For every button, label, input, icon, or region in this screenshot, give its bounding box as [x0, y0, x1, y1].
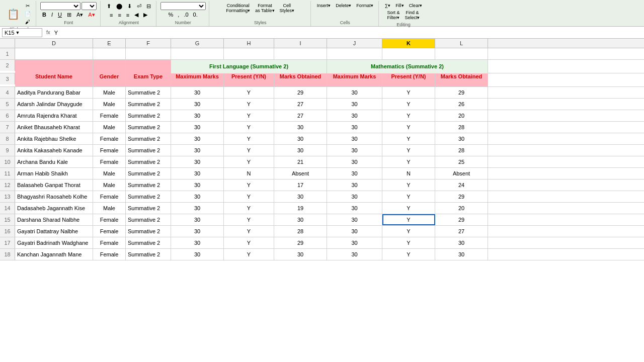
- cell-I17[interactable]: 29: [274, 237, 327, 248]
- col-header-H[interactable]: H: [224, 39, 274, 48]
- cell-F6[interactable]: Summative 2: [126, 110, 171, 121]
- cell-K17[interactable]: Y: [382, 237, 435, 248]
- cell-K15[interactable]: Y: [382, 214, 435, 225]
- cell-L8[interactable]: 30: [435, 133, 488, 144]
- cell-reference-box[interactable]: K15 ▼: [2, 28, 42, 37]
- decrease-decimal-button[interactable]: 0.: [191, 11, 200, 19]
- cell-G3[interactable]: Maximum Marks: [171, 73, 224, 87]
- cell-F4[interactable]: Summative 2: [126, 87, 171, 98]
- cell-H1[interactable]: [224, 48, 274, 59]
- font-color-button[interactable]: A▾: [86, 11, 97, 19]
- cell-J1[interactable]: [327, 48, 382, 59]
- cell-F2[interactable]: [126, 60, 171, 73]
- dropdown-icon[interactable]: ▼: [16, 30, 20, 35]
- cell-I10[interactable]: 21: [274, 156, 327, 167]
- cell-D16[interactable]: Gayatri Dattatray Nalbhe: [15, 226, 93, 237]
- col-header-K[interactable]: K: [382, 39, 435, 48]
- cell-J16[interactable]: 30: [327, 226, 382, 237]
- number-format-select[interactable]: [160, 2, 206, 10]
- cell-G10[interactable]: 30: [171, 156, 224, 167]
- delete-button[interactable]: Delete▾: [334, 2, 353, 9]
- cell-J11[interactable]: 30: [327, 168, 382, 179]
- col-header-F[interactable]: F: [126, 39, 171, 48]
- cell-H6[interactable]: Y: [224, 110, 274, 121]
- font-size-select[interactable]: [82, 2, 97, 10]
- cell-I1[interactable]: [274, 48, 327, 59]
- cell-I15[interactable]: 30: [274, 214, 327, 225]
- cell-E5[interactable]: Male: [93, 99, 126, 110]
- cell-E6[interactable]: Female: [93, 110, 126, 121]
- autosum-button[interactable]: ∑▾: [383, 2, 392, 9]
- cell-E2[interactable]: [93, 60, 126, 73]
- cell-L6[interactable]: 20: [435, 110, 488, 121]
- font-family-select[interactable]: [40, 2, 80, 10]
- cell-K12[interactable]: Y: [382, 179, 435, 191]
- cell-F10[interactable]: Summative 2: [126, 156, 171, 167]
- indent-increase-button[interactable]: ▶: [141, 11, 149, 19]
- cell-J9[interactable]: 30: [327, 145, 382, 156]
- cell-L4[interactable]: 29: [435, 87, 488, 98]
- cell-K18[interactable]: Y: [382, 249, 435, 260]
- cell-H3[interactable]: Present (Y/N): [224, 73, 274, 87]
- cell-J18[interactable]: 30: [327, 249, 382, 260]
- cell-F9[interactable]: Summative 2: [126, 145, 171, 156]
- bold-button[interactable]: B: [40, 11, 48, 19]
- cell-F7[interactable]: Summative 2: [126, 122, 171, 133]
- cell-I11[interactable]: Absent: [274, 168, 327, 179]
- cell-L11[interactable]: Absent: [435, 168, 488, 179]
- wrap-text-button[interactable]: ⏎: [135, 2, 143, 11]
- cell-I9[interactable]: 30: [274, 145, 327, 156]
- find-select-button[interactable]: Find &Select▾: [403, 9, 422, 21]
- italic-button[interactable]: I: [49, 11, 55, 19]
- cell-E3[interactable]: Gender: [93, 73, 126, 87]
- cell-L16[interactable]: 27: [435, 226, 488, 237]
- col-header-J[interactable]: J: [327, 39, 382, 48]
- cell-D6[interactable]: Amruta Rajendra Kharat: [15, 110, 93, 121]
- cell-E7[interactable]: Male: [93, 122, 126, 133]
- fill-color-button[interactable]: A▾: [74, 11, 85, 19]
- cell-J13[interactable]: 30: [327, 191, 382, 202]
- cell-H18[interactable]: Y: [224, 249, 274, 260]
- cell-D3[interactable]: Student Name: [15, 73, 93, 87]
- cell-J15[interactable]: 30: [327, 214, 382, 225]
- cell-E12[interactable]: Male: [93, 179, 126, 191]
- cell-H12[interactable]: Y: [224, 179, 274, 191]
- percent-button[interactable]: %: [167, 11, 176, 19]
- cell-I13[interactable]: 30: [274, 191, 327, 202]
- cell-G12[interactable]: 30: [171, 179, 224, 191]
- cell-F14[interactable]: Summative 2: [126, 203, 171, 214]
- cell-L1[interactable]: [435, 48, 488, 59]
- format-painter-button[interactable]: 🖌: [23, 18, 33, 26]
- cell-I8[interactable]: 30: [274, 133, 327, 144]
- cell-L5[interactable]: 26: [435, 99, 488, 110]
- format-button[interactable]: Format▾: [354, 2, 375, 9]
- cell-D18[interactable]: Kanchan Jagannath Mane: [15, 249, 93, 260]
- cell-D13[interactable]: Bhagyashri Raosaheb Kolhe: [15, 191, 93, 202]
- cell-J17[interactable]: 30: [327, 237, 382, 248]
- cell-I7[interactable]: 30: [274, 122, 327, 133]
- cell-J12[interactable]: 30: [327, 179, 382, 191]
- cell-L3[interactable]: Marks Obtained: [435, 73, 488, 87]
- cell-K7[interactable]: Y: [382, 122, 435, 133]
- cell-K14[interactable]: Y: [382, 203, 435, 214]
- cell-D7[interactable]: Aniket Bhausaheb Kharat: [15, 122, 93, 133]
- cell-G9[interactable]: 30: [171, 145, 224, 156]
- cell-I14[interactable]: 19: [274, 203, 327, 214]
- cell-J8[interactable]: 30: [327, 133, 382, 144]
- cell-K6[interactable]: Y: [382, 110, 435, 121]
- cell-K1[interactable]: [382, 48, 435, 59]
- cell-D2[interactable]: [15, 60, 93, 73]
- cell-K16[interactable]: Y: [382, 226, 435, 237]
- indent-decrease-button[interactable]: ◀: [132, 11, 140, 19]
- cell-H10[interactable]: Y: [224, 156, 274, 167]
- cell-I4[interactable]: 29: [274, 87, 327, 98]
- cell-H5[interactable]: Y: [224, 99, 274, 110]
- align-bottom-button[interactable]: ⬇: [125, 2, 134, 11]
- cell-E13[interactable]: Female: [93, 191, 126, 202]
- cell-G7[interactable]: 30: [171, 122, 224, 133]
- cell-E1[interactable]: [93, 48, 126, 59]
- cell-D14[interactable]: Dadasaheb Jagannath Kise: [15, 203, 93, 214]
- cell-E8[interactable]: Female: [93, 133, 126, 144]
- cell-F18[interactable]: Summative 2: [126, 249, 171, 260]
- increase-decimal-button[interactable]: .0: [182, 11, 190, 19]
